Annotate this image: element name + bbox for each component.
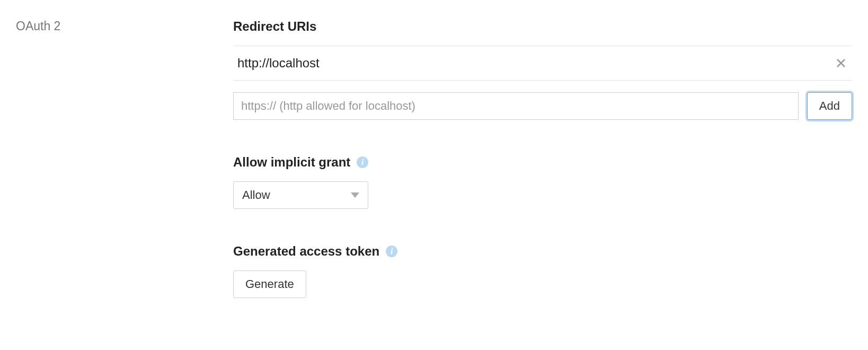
remove-uri-icon[interactable] — [834, 56, 848, 70]
redirect-uri-list: http://localhost — [233, 46, 852, 81]
access-token-section: Generated access token i Generate — [233, 244, 852, 298]
access-token-heading: Generated access token — [233, 244, 379, 259]
implicit-grant-select[interactable]: Allow — [233, 181, 368, 209]
redirect-uri-input[interactable] — [233, 92, 799, 120]
implicit-grant-value: Allow — [242, 188, 270, 202]
sidebar-oauth-label: OAuth 2 — [16, 19, 233, 33]
generate-token-button[interactable]: Generate — [233, 270, 306, 298]
svg-marker-2 — [351, 192, 359, 198]
implicit-grant-heading: Allow implicit grant — [233, 155, 350, 170]
redirect-uris-section: Redirect URIs http://localhost Add — [233, 19, 852, 120]
add-uri-button[interactable]: Add — [807, 92, 852, 120]
add-uri-row: Add — [233, 92, 852, 120]
info-icon[interactable]: i — [386, 246, 397, 257]
redirect-uris-heading: Redirect URIs — [233, 19, 852, 34]
redirect-uri-row: http://localhost — [233, 46, 852, 81]
chevron-down-icon — [351, 192, 359, 198]
redirect-uri-value: http://localhost — [237, 56, 320, 71]
info-icon[interactable]: i — [357, 156, 368, 168]
implicit-grant-section: Allow implicit grant i Allow — [233, 155, 852, 209]
